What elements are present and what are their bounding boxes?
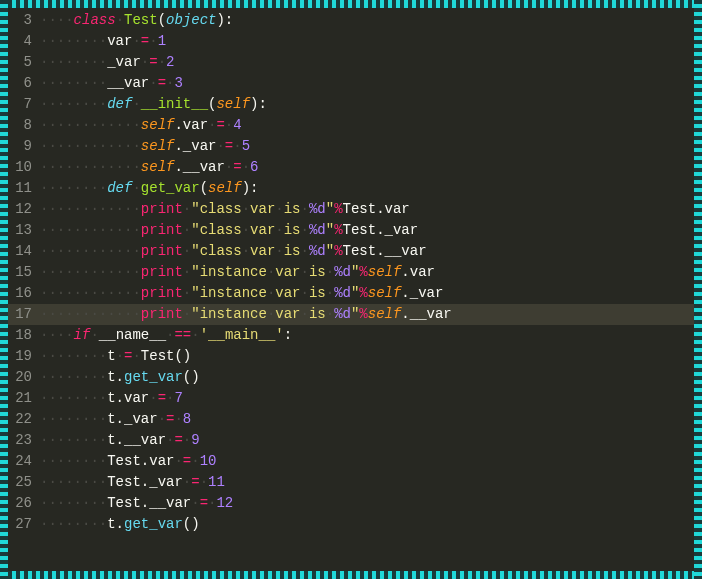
frame-border-top [0,0,702,8]
token-ws: ············ [40,201,141,217]
token-var: t.var [107,390,149,406]
code-line[interactable]: 21········t.var·=·7 [8,388,694,409]
token-ws: ···· [40,327,74,343]
token-var: () [183,516,200,532]
line-number: 4 [8,31,40,52]
token-str: var [275,306,300,322]
token-ws: · [233,138,241,154]
code-line[interactable]: 23········t.__var·=·9 [8,430,694,451]
code-line[interactable]: 22········t._var·=·8 [8,409,694,430]
code-content[interactable]: ············print·"instance·var·is·%d"%s… [40,283,443,304]
token-ws: · [141,54,149,70]
code-line[interactable]: 25········Test._var·=·11 [8,472,694,493]
code-line[interactable]: 8············self.var·=·4 [8,115,694,136]
code-line[interactable]: 4········var·=·1 [8,31,694,52]
code-content[interactable]: ············print·"class·var·is·%d"%Test… [40,241,427,262]
code-line[interactable]: 24········Test.var·=·10 [8,451,694,472]
code-content[interactable]: ············self.__var·=·6 [40,157,258,178]
code-content[interactable]: ········t.var·=·7 [40,388,183,409]
line-number: 21 [8,388,40,409]
code-content[interactable]: ············print·"class·var·is·%d"%Test… [40,220,418,241]
code-line[interactable]: 20········t.get_var() [8,367,694,388]
code-line[interactable]: 18····if·__name__·==·'__main__': [8,325,694,346]
code-content[interactable]: ········_var·=·2 [40,52,174,73]
code-line[interactable]: 15············print·"instance·var·is·%d"… [8,262,694,283]
code-content[interactable]: ············self._var·=·5 [40,136,250,157]
code-line[interactable]: 3····class·Test(object): [8,10,694,31]
code-content[interactable]: ········def·__init__(self): [40,94,267,115]
code-content[interactable]: ····class·Test(object): [40,10,233,31]
token-ws: · [200,474,208,490]
token-str: "class [191,201,241,217]
token-kw: class [74,12,116,28]
token-str: is [284,243,301,259]
token-ws: · [301,306,309,322]
code-content[interactable]: ········Test._var·=·11 [40,472,225,493]
token-ws: · [158,54,166,70]
token-param: self [368,264,402,280]
token-op: print [141,243,183,259]
token-str: var [275,285,300,301]
code-content[interactable]: ········t·=·Test() [40,346,191,367]
code-line[interactable]: 10············self.__var·=·6 [8,157,694,178]
token-ws: · [183,243,191,259]
token-kw2: def [107,180,132,196]
token-str: "class [191,243,241,259]
token-ws: · [149,75,157,91]
frame-border-left [0,0,8,579]
token-var: t. [107,516,124,532]
code-content[interactable]: ········def·get_var(self): [40,178,258,199]
code-content[interactable]: ········Test.__var·=·12 [40,493,233,514]
code-content[interactable]: ············self.var·=·4 [40,115,242,136]
token-str: is [309,264,326,280]
code-content[interactable]: ············print·"class·var·is·%d"%Test… [40,199,410,220]
token-ws: ········ [40,432,107,448]
code-line[interactable]: 13············print·"class·var·is·%d"%Te… [8,220,694,241]
code-line[interactable]: 27········t.get_var() [8,514,694,535]
code-line[interactable]: 19········t·=·Test() [8,346,694,367]
token-op: = [216,117,224,133]
code-content[interactable]: ····if·__name__·==·'__main__': [40,325,292,346]
token-str: " [326,222,334,238]
token-var: ): [250,96,267,112]
token-var: Test.var [343,201,410,217]
code-content[interactable]: ········t.get_var() [40,514,200,535]
token-ws: · [116,348,124,364]
code-lines-container: 3····class·Test(object):4········var·=·1… [8,8,694,535]
token-var: .var [174,117,208,133]
code-content[interactable]: ········__var·=·3 [40,73,183,94]
code-line[interactable]: 7········def·__init__(self): [8,94,694,115]
code-line[interactable]: 9············self._var·=·5 [8,136,694,157]
code-line[interactable]: 26········Test.__var·=·12 [8,493,694,514]
token-ws: · [301,264,309,280]
token-num: %d [309,201,326,217]
token-str: var [250,243,275,259]
code-content[interactable]: ········t.get_var() [40,367,200,388]
code-line[interactable]: 6········__var·=·3 [8,73,694,94]
code-line[interactable]: 16············print·"instance·var·is·%d"… [8,283,694,304]
token-ws: ········ [40,54,107,70]
code-content[interactable]: ········t._var·=·8 [40,409,191,430]
token-kw2: def [107,96,132,112]
code-line[interactable]: 14············print·"class·var·is·%d"%Te… [8,241,694,262]
token-ws: · [149,33,157,49]
token-ws: ········ [40,411,107,427]
line-number: 16 [8,283,40,304]
code-editor[interactable]: 3····class·Test(object):4········var·=·1… [8,8,694,571]
code-line[interactable]: 5········_var·=·2 [8,52,694,73]
code-line[interactable]: 12············print·"class·var·is·%d"%Te… [8,199,694,220]
code-content[interactable]: ········t.__var·=·9 [40,430,200,451]
line-number: 3 [8,10,40,31]
token-ws: ········ [40,495,107,511]
code-content[interactable]: ········var·=·1 [40,31,166,52]
code-line[interactable]: 17············print·"instance·var·is·%d"… [8,304,694,325]
code-content[interactable]: ············print·"instance·var·is·%d"%s… [40,304,452,325]
code-content[interactable]: ············print·"instance·var·is·%d"%s… [40,262,435,283]
token-var: __var [107,75,149,91]
token-var: ): [242,180,259,196]
code-line[interactable]: 11········def·get_var(self): [8,178,694,199]
token-ws: ········ [40,369,107,385]
token-num: %d [334,285,351,301]
token-ws: · [275,243,283,259]
code-content[interactable]: ········Test.var·=·10 [40,451,216,472]
